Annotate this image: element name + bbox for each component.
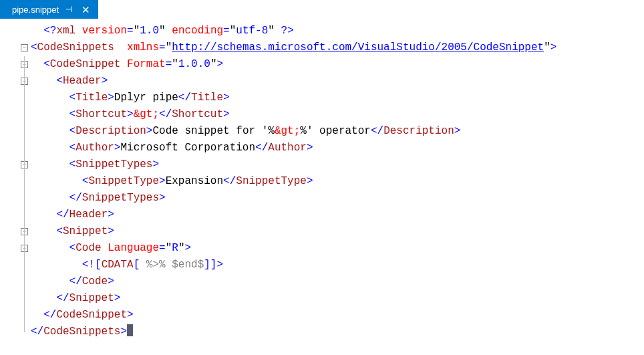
code-line[interactable]: <CodeSnippet Format="1.0.0"> [31,56,644,73]
code-area[interactable]: <?xml version="1.0" encoding="utf-8" ?> … [31,23,644,355]
code-line[interactable]: <Description>Code snippet for '%&gt;%' o… [31,123,644,140]
code-line[interactable]: </CodeSnippets> [31,324,644,340]
code-line[interactable]: <Header> [31,73,644,90]
code-line[interactable]: <CodeSnippets xmlns="http://schemas.micr… [31,39,644,56]
close-icon[interactable]: ✕ [79,5,93,15]
cursor [127,324,133,336]
code-line[interactable]: <Author>Microsoft Corporation</Author> [31,140,644,156]
code-line[interactable]: <![CDATA[ %>% $end$]]> [31,257,644,273]
code-line[interactable]: <Code Language="R"> [31,240,644,257]
pin-icon[interactable]: ⊣ [65,5,72,14]
code-line[interactable]: </Header> [31,207,644,223]
code-line[interactable]: <Title>Dplyr pipe</Title> [31,90,644,106]
code-line[interactable]: <Snippet> [31,223,644,240]
code-line[interactable]: </SnippetTypes> [31,190,644,207]
file-tab[interactable]: pipe.snippet ⊣ ✕ [0,0,98,19]
editor: − − − − − − <?xml version="1.0" encoding… [0,19,644,355]
gutter: − − − − − − [0,23,31,355]
code-line[interactable]: <?xml version="1.0" encoding="utf-8" ?> [31,23,644,39]
fold-toggle[interactable]: − [21,44,28,51]
code-line[interactable]: <Shortcut>&gt;</Shortcut> [31,106,644,123]
code-line[interactable]: </Code> [31,273,644,290]
code-line[interactable]: </Snippet> [31,290,644,307]
tab-filename: pipe.snippet [12,5,59,15]
tab-bar: pipe.snippet ⊣ ✕ [0,0,644,19]
code-line[interactable]: </CodeSnippet> [31,307,644,324]
code-line[interactable]: <SnippetTypes> [31,156,644,173]
code-line[interactable]: <SnippetType>Expansion</SnippetType> [31,173,644,190]
